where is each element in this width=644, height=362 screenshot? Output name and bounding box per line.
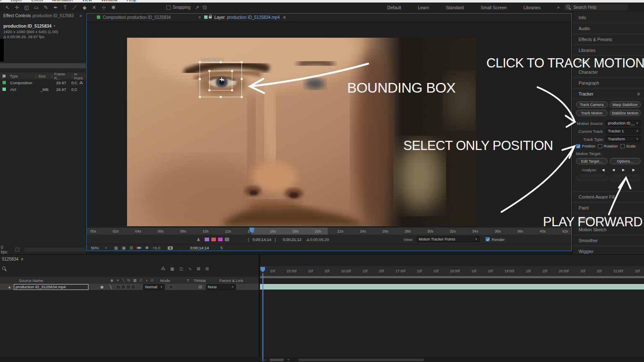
toolbar-extra-icon[interactable]: ↗ xyxy=(195,5,199,10)
comp-name[interactable]: production ID_5125834 xyxy=(3,23,52,28)
work-area-bar[interactable] xyxy=(260,276,644,278)
column-parent-link[interactable]: Parent & Link xyxy=(219,278,243,283)
edit-target-button[interactable]: Edit Target... xyxy=(576,158,608,164)
fast-preview-icon[interactable]: ↯ xyxy=(220,246,223,250)
timeline-ruler[interactable]: 20f15:00f10f20f16:00f10f20f17:00f10f20f1… xyxy=(260,266,644,276)
timeline-toggle-icon[interactable]: ∿ xyxy=(188,266,192,271)
tool-icon[interactable]: ✛ xyxy=(12,5,22,10)
handle[interactable] xyxy=(199,96,201,98)
tool-icon[interactable]: ◱ xyxy=(22,5,31,10)
track-point[interactable]: Track Point 1 xyxy=(200,62,242,97)
render-checkbox[interactable] xyxy=(486,237,490,241)
comp-time-ruler[interactable]: 00s02s04s06s08s10s12s14s16s18s20s22s24s2… xyxy=(87,227,571,235)
options-button[interactable]: Options... xyxy=(610,158,641,164)
table-row[interactable]: Composition 29.97 0;C ⁂ xyxy=(0,79,86,86)
panel-section[interactable]: Effects & Presets xyxy=(573,34,644,45)
column-t[interactable]: T xyxy=(187,278,190,283)
analyze-step-back-button[interactable]: ◀| xyxy=(599,168,607,172)
track-point-center[interactable] xyxy=(220,78,223,81)
switch-box[interactable] xyxy=(131,285,135,289)
tracker-button[interactable]: Track Motion xyxy=(576,110,608,116)
workspace-tab[interactable]: Small Screen xyxy=(480,5,506,10)
workspace-tab[interactable]: Default xyxy=(387,5,401,10)
timeline-playhead-line[interactable] xyxy=(262,273,263,361)
timeline-toggle-icon[interactable]: ◫ xyxy=(179,266,183,271)
tracker-button[interactable]: Stabilize Motion xyxy=(610,110,641,116)
position-checkbox[interactable] xyxy=(576,144,580,148)
scale-checkbox[interactable] xyxy=(621,144,625,148)
label-tag-icon[interactable] xyxy=(3,75,6,78)
snapping-checkbox[interactable] xyxy=(166,5,171,10)
resolution-icon[interactable]: ✱ xyxy=(145,246,148,250)
effect-controls-title[interactable]: Effect Controls xyxy=(3,13,31,18)
guides-icon[interactable]: ⊞ xyxy=(130,246,133,250)
layer-row[interactable]: ▲ production ID_5125834.mp4 ◉ ╲ Normal ▼… xyxy=(0,284,259,290)
horizontal-scrollbar[interactable] xyxy=(298,359,424,361)
channel-icon[interactable] xyxy=(137,247,141,249)
chevron-down-icon[interactable]: ▼ xyxy=(105,247,107,249)
handle[interactable] xyxy=(241,78,243,80)
column-mode[interactable]: Mode xyxy=(160,278,170,283)
switch-box[interactable] xyxy=(126,285,130,289)
workspace-overflow-icon[interactable]: » xyxy=(557,5,560,10)
person-icon[interactable]: ♟ xyxy=(197,237,200,242)
panel-section[interactable]: Paragraph xyxy=(573,78,644,88)
view-dropdown[interactable]: Motion Tracker Points ▼ xyxy=(417,236,480,242)
column-type[interactable]: Type xyxy=(10,74,34,78)
pickwhip-icon[interactable]: @ xyxy=(198,284,203,289)
reset-button[interactable] xyxy=(576,175,608,181)
tool-icon[interactable]: ◆ xyxy=(80,5,89,10)
tool-icon[interactable]: ／ xyxy=(70,4,80,11)
panel-section[interactable]: Info xyxy=(573,12,644,23)
tab-menu-icon[interactable]: ≡ xyxy=(283,15,286,20)
menu-item[interactable]: Effect xyxy=(31,0,43,2)
handle[interactable] xyxy=(231,89,233,91)
zoom-in-icon[interactable]: + xyxy=(287,358,289,362)
handle[interactable] xyxy=(241,61,243,63)
menu-item[interactable]: Animation xyxy=(52,0,73,2)
tool-icon[interactable]: ✱ xyxy=(109,5,118,10)
rotation-checkbox[interactable] xyxy=(598,144,602,148)
tool-icon[interactable]: ✕ xyxy=(89,5,99,10)
panel-overflow-icon[interactable]: » xyxy=(79,13,82,18)
timeline-tab[interactable]: 5125834 xyxy=(2,257,18,261)
panel-section[interactable]: Audio xyxy=(573,23,644,34)
search-help-box[interactable]: Search Help xyxy=(564,4,628,10)
handle[interactable] xyxy=(241,96,243,98)
handle[interactable] xyxy=(231,70,233,72)
switch-box[interactable] xyxy=(116,285,120,289)
apply-button[interactable] xyxy=(610,175,641,181)
guide-chip[interactable] xyxy=(211,237,216,242)
tracker-button[interactable]: Warp Stabilizer xyxy=(610,101,641,108)
guide-chip[interactable] xyxy=(204,237,210,242)
panel-menu-icon[interactable]: ≡ xyxy=(637,91,640,96)
current-timecode[interactable]: 0;00;14;14 xyxy=(190,246,209,250)
handle[interactable] xyxy=(220,96,222,98)
current-track-dropdown[interactable]: Tracker 1 ▼ xyxy=(606,128,641,134)
workspace-tab[interactable]: Libraries xyxy=(524,5,540,10)
close-icon[interactable]: × xyxy=(198,15,201,20)
tool-icon[interactable]: ↖ xyxy=(3,5,12,10)
handle[interactable] xyxy=(199,61,201,63)
analyze-step-forward-button[interactable]: |▶ xyxy=(629,168,637,172)
timeline-search-icon[interactable] xyxy=(2,266,7,271)
panel-section[interactable]: Libraries xyxy=(573,45,644,56)
tracker-button[interactable]: Track Camera xyxy=(576,101,608,108)
timeline-toggle-icon[interactable]: ⊠ xyxy=(197,266,200,271)
bpc-indicator[interactable]: 0 bpc xyxy=(1,245,11,254)
menu-item[interactable]: Help xyxy=(127,0,136,2)
timeline-tab-menu-icon[interactable]: ≡ xyxy=(21,257,23,261)
in-time[interactable]: 0;00;14;14 xyxy=(252,237,271,242)
column-size[interactable]: Size xyxy=(38,74,50,78)
handle[interactable] xyxy=(220,61,222,63)
timeline-toggle-icon[interactable]: ⊞ xyxy=(205,266,209,271)
layer-name-box[interactable]: production ID_5125834.mp4 xyxy=(14,284,88,290)
av-visible-icon[interactable]: ◉ xyxy=(100,284,104,289)
table-row[interactable]: AVI _MB 29.97 0;C xyxy=(0,86,86,93)
lock-icon[interactable] xyxy=(209,16,212,18)
switch-box[interactable] xyxy=(121,285,125,289)
guide-chip[interactable] xyxy=(224,237,230,242)
tracker-panel-header[interactable]: Tracker ≡ xyxy=(573,88,644,99)
analyze-forward-button[interactable]: ▶ xyxy=(619,168,627,172)
tool-icon[interactable]: ✎ xyxy=(41,5,51,10)
